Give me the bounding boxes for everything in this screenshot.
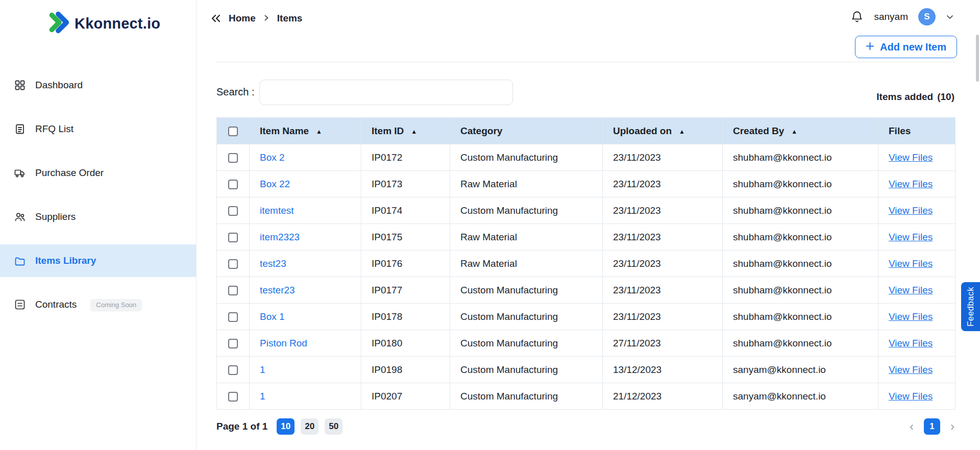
sidebar-item-purchase-order[interactable]: Purchase Order [0,157,196,189]
sidebar-item-suppliers[interactable]: Suppliers [0,201,196,233]
view-files-link[interactable]: View Files [889,232,933,242]
coming-soon-badge: Coming Soon [90,299,142,311]
item-name-link[interactable]: Box 2 [260,152,285,163]
row-checkbox[interactable] [228,153,238,163]
page-size-10-button[interactable]: 10 [277,418,295,435]
row-checkbox[interactable] [228,206,238,216]
rfq-list-icon [13,122,27,136]
item-name-link[interactable]: item2323 [260,232,300,242]
row-checkbox[interactable] [228,312,238,322]
notifications-bell-icon[interactable] [850,10,864,23]
items-added-label: Items added [876,91,933,102]
category-cell: Raw Material [450,171,603,197]
avatar[interactable]: S [918,8,936,26]
previous-page-icon[interactable]: ‹ [910,418,914,435]
sidebar-item-label: Suppliers [35,211,76,222]
item-id-cell: IP0177 [361,277,450,304]
item-name-link[interactable]: test23 [260,258,286,269]
column-header-category: Category [450,118,603,144]
sidebar-item-items-library[interactable]: Items Library [0,244,196,277]
item-id-cell: IP0178 [361,304,450,330]
view-files-link[interactable]: View Files [889,258,933,269]
item-name-link[interactable]: Box 22 [260,179,290,189]
column-label: Item ID [372,126,404,136]
uploaded-on-cell: 23/11/2023 [603,171,723,197]
created-by-cell: shubham@kkonnect.io [723,171,878,197]
select-all-checkbox[interactable] [228,127,238,136]
view-files-link[interactable]: View Files [889,152,933,163]
sidebar-item-label: Dashboard [35,80,83,91]
view-files-link[interactable]: View Files [889,179,933,189]
dashboard-icon [13,79,27,92]
sidebar: Kkonnect.io Dashboard RFQ List [0,0,197,450]
row-checkbox[interactable] [228,259,238,269]
row-checkbox[interactable] [228,392,238,402]
chevron-down-icon[interactable] [946,13,954,21]
collapse-sidebar-icon[interactable] [210,13,222,24]
table-header-row: Item Name▲ Item ID▲ Category Uploaded on… [217,118,955,144]
page-size-20-button[interactable]: 20 [301,418,318,435]
current-page-button[interactable]: 1 [924,418,940,435]
suppliers-icon [13,210,27,223]
plus-icon [866,41,874,53]
item-id-cell: IP0174 [361,197,450,224]
row-checkbox[interactable] [228,365,238,375]
uploaded-on-cell: 23/11/2023 [603,304,723,330]
uploaded-on-cell: 23/11/2023 [603,224,723,251]
search-input[interactable] [259,80,513,105]
user-area: sanyam S [850,8,954,26]
table-row: tester23 IP0177 Custom Manufacturing 23/… [217,277,955,304]
uploaded-on-cell: 23/11/2023 [603,197,723,224]
row-checkbox[interactable] [228,286,238,295]
view-files-link[interactable]: View Files [889,364,933,375]
created-by-cell: sanyam@kkonnect.io [723,383,878,410]
sidebar-item-dashboard[interactable]: Dashboard [0,69,196,102]
next-page-icon[interactable]: › [950,418,954,435]
item-name-link[interactable]: 1 [260,391,265,402]
sort-asc-icon[interactable]: ▲ [679,128,685,135]
feedback-tab[interactable]: Feedback [961,282,980,331]
username: sanyam [874,11,908,22]
item-id-cell: IP0175 [361,224,450,251]
row-checkbox[interactable] [228,180,238,189]
column-label: Files [889,126,911,136]
category-cell: Raw Material [450,224,603,251]
search-label: Search : [216,86,254,98]
row-checkbox[interactable] [228,233,238,242]
view-files-link[interactable]: View Files [889,285,933,295]
item-name-link[interactable]: itemtest [260,205,294,216]
page-size-50-button[interactable]: 50 [325,418,342,435]
item-name-link[interactable]: Box 1 [260,311,285,322]
brand-logo[interactable]: Kkonnect.io [45,11,160,36]
table-row: test23 IP0176 Raw Material 23/11/2023 sh… [217,251,955,277]
column-header-item-id[interactable]: Item ID▲ [361,118,450,144]
table-row: Box 2 IP0172 Custom Manufacturing 23/11/… [217,144,955,171]
view-files-link[interactable]: View Files [889,391,933,402]
column-label: Created By [733,126,784,136]
item-name-link[interactable]: tester23 [260,285,295,295]
row-checkbox[interactable] [228,339,238,348]
table-row: 1 IP0207 Custom Manufacturing 21/12/2023… [217,383,955,410]
sidebar-item-rfq-list[interactable]: RFQ List [0,113,196,145]
view-files-link[interactable]: View Files [889,338,933,348]
view-files-link[interactable]: View Files [889,311,933,322]
scrollbar-thumb[interactable] [976,35,979,82]
column-header-uploaded-on[interactable]: Uploaded on▲ [603,118,723,144]
table-row: Box 22 IP0173 Raw Material 23/11/2023 sh… [217,171,955,197]
breadcrumb-home[interactable]: Home [229,13,256,24]
sort-asc-icon[interactable]: ▲ [316,128,322,135]
sort-asc-icon[interactable]: ▲ [411,128,417,135]
column-header-files: Files [878,118,955,144]
column-header-created-by[interactable]: Created By▲ [723,118,878,144]
items-added: Items added(10) [876,91,954,103]
column-header-item-name[interactable]: Item Name▲ [250,118,361,144]
item-name-link[interactable]: Piston Rod [260,338,307,348]
category-cell: Custom Manufacturing [450,197,603,224]
view-files-link[interactable]: View Files [889,205,933,216]
category-cell: Raw Material [450,251,603,277]
sidebar-item-contracts[interactable]: Contracts Coming Soon [0,288,196,321]
add-new-item-button[interactable]: Add new Item [855,36,957,58]
sort-asc-icon[interactable]: ▲ [791,128,797,135]
item-name-link[interactable]: 1 [260,364,265,375]
add-new-item-label: Add new Item [880,41,946,53]
